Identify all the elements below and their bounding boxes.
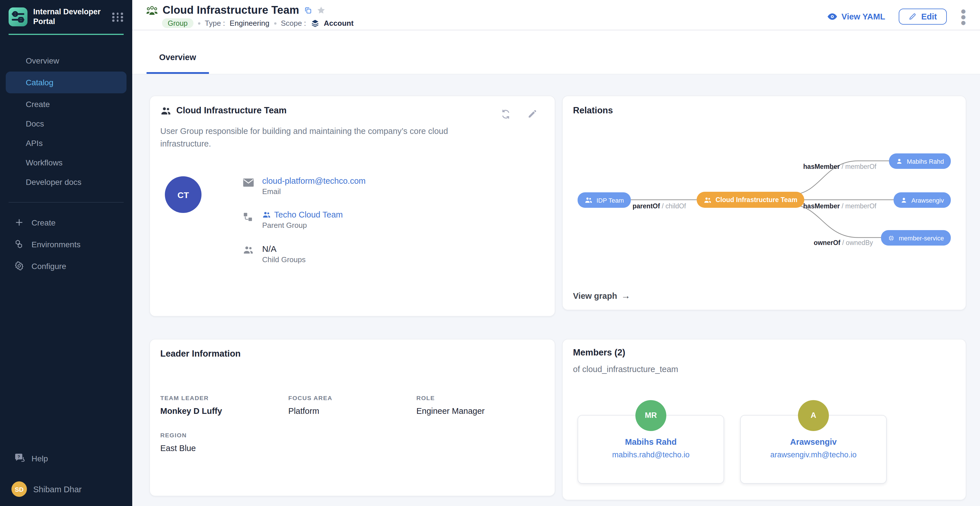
edit-label: Edit <box>921 12 937 21</box>
type-label: Type : <box>205 19 225 27</box>
kebab-menu-icon[interactable]: ●●● <box>960 8 966 26</box>
main-area: Cloud Infrastructure Team Group Type : <box>132 0 980 506</box>
leader-card-title: Leader Information <box>160 348 544 359</box>
user-menu[interactable]: SD Shibam Dhar <box>0 481 132 497</box>
member-tile[interactable]: A Arawsengiv arawsengiv.mh@techo.io <box>740 415 887 484</box>
people-icon <box>262 211 271 218</box>
dot-separator <box>274 22 276 24</box>
edge-label-hasmember-mid: hasMember / memberOf <box>803 203 877 210</box>
kind-badge: Group <box>162 18 194 28</box>
copy-icon[interactable] <box>304 6 312 14</box>
view-yaml-button[interactable]: View YAML <box>827 12 885 21</box>
layers-icon <box>310 19 319 27</box>
graph-node-arawsengiv[interactable]: Arawsengiv <box>894 193 951 208</box>
member-avatar: A <box>798 400 829 431</box>
graph-node-idp-team[interactable]: IDP Team <box>578 193 631 208</box>
sidebar-item-docs[interactable]: Docs <box>0 115 132 132</box>
people-icon <box>243 244 254 264</box>
help-chat-icon: ? <box>14 453 25 464</box>
relations-graph: IDP Team Cloud Infrastructure Team Mabih… <box>563 96 966 310</box>
sidebar-action-environments[interactable]: Environments <box>0 236 132 253</box>
graph-node-mabihs-rahd[interactable]: Mabihs Rahd <box>889 153 951 169</box>
graph-node-label: member-service <box>899 234 944 241</box>
user-avatar: SD <box>11 481 27 497</box>
eye-icon <box>827 13 837 21</box>
help-label: Help <box>32 454 48 463</box>
apps-grid-icon[interactable] <box>112 13 124 21</box>
parent-group-row: Techo Cloud Team Parent Group <box>243 210 366 229</box>
email-row: cloud-platform@techco.com Email <box>243 176 366 196</box>
graph-node-label: Mabihs Rahd <box>907 158 944 165</box>
sidebar-item-apis[interactable]: APIs <box>0 135 132 152</box>
sidebar-item-overview[interactable]: Overview <box>0 52 132 69</box>
group-entity-icon <box>146 5 158 16</box>
field-label: ROLE <box>417 394 544 401</box>
edge-label-hasmember-top: hasMember / memberOf <box>803 163 877 170</box>
sync-icon[interactable] <box>500 109 511 119</box>
scope-label: Scope : <box>281 19 306 27</box>
email-link[interactable]: cloud-platform@techco.com <box>262 176 366 185</box>
graph-node-cloud-infrastructure-team[interactable]: Cloud Infrastructure Team <box>697 192 804 208</box>
app-root: Internal Developer Portal Overview Catal… <box>0 0 980 506</box>
email-label: Email <box>262 187 366 196</box>
sidebar: Internal Developer Portal Overview Catal… <box>0 0 132 506</box>
page-title: Cloud Infrastructure Team <box>162 4 299 17</box>
edge-label-parentof: parentOf / childOf <box>633 203 686 210</box>
overview-description: User Group responsible for building and … <box>160 125 449 150</box>
sidebar-accent-rule <box>9 34 124 35</box>
member-email-link[interactable]: arawsengiv.mh@techo.io <box>770 450 857 459</box>
header-left: Cloud Infrastructure Team Group Type : <box>146 4 353 28</box>
sidebar-action-create[interactable]: Create <box>0 214 132 231</box>
overview-card-title: Cloud Infrastructure Team <box>176 105 286 116</box>
arrow-right-icon: → <box>621 291 630 301</box>
sidebar-action-configure[interactable]: Configure <box>0 258 132 275</box>
people-icon <box>160 106 171 115</box>
members-card: Members (2) of cloud_infrastructure_team… <box>562 339 966 500</box>
app-title: Internal Developer Portal <box>33 8 107 27</box>
parent-group-link[interactable]: Techo Cloud Team <box>274 210 343 219</box>
app-logo-icon <box>9 8 27 27</box>
edge-label-ownerof: ownerOf / ownedBy <box>814 239 873 246</box>
sidebar-nav: Overview Catalog Create Docs APIs Workfl… <box>0 50 132 193</box>
dot-separator <box>198 22 200 24</box>
view-graph-label: View graph <box>573 291 617 301</box>
pencil-icon <box>909 13 917 21</box>
field-label: TEAM LEADER <box>160 394 288 401</box>
hexagons-icon <box>14 240 24 249</box>
member-email-link[interactable]: mabihs.rahd@techo.io <box>612 450 690 459</box>
overview-card: Cloud Infrastructure Team <box>150 95 555 317</box>
graph-node-member-service[interactable]: member-service <box>881 230 951 245</box>
members-card-title: Members (2) <box>573 347 955 358</box>
field-label: FOCUS AREA <box>288 394 416 401</box>
sidebar-item-workflows[interactable]: Workflows <box>0 154 132 171</box>
graph-node-label: Arawsengiv <box>911 197 944 204</box>
tab-overview[interactable]: Overview <box>146 42 208 74</box>
edit-button[interactable]: Edit <box>899 9 947 25</box>
view-yaml-label: View YAML <box>842 12 885 21</box>
plus-icon <box>14 218 24 227</box>
member-name-link[interactable]: Arawsengiv <box>790 437 837 446</box>
hierarchy-icon <box>243 210 254 229</box>
tab-bar: Overview <box>132 30 980 75</box>
svg-text:?: ? <box>18 454 20 459</box>
logo-row: Internal Developer Portal <box>0 0 132 33</box>
sidebar-action-label: Create <box>32 218 56 227</box>
member-name-link[interactable]: Mabihs Rahd <box>625 437 677 446</box>
field-focus-area: FOCUS AREA Platform <box>288 394 416 415</box>
graph-node-label: IDP Team <box>597 197 624 204</box>
favorite-star-icon[interactable] <box>316 6 325 15</box>
child-groups-row: N/A Child Groups <box>243 244 366 264</box>
view-graph-link[interactable]: View graph → <box>573 291 630 301</box>
member-tile[interactable]: MR Mabihs Rahd mabihs.rahd@techo.io <box>578 415 724 484</box>
help-button[interactable]: ? Help <box>0 453 132 464</box>
edit-pencil-icon[interactable] <box>527 109 538 119</box>
field-team-leader: TEAM LEADER Monkey D Luffy <box>160 394 288 415</box>
sidebar-item-create[interactable]: Create <box>0 95 132 113</box>
user-name: Shibam Dhar <box>33 485 81 494</box>
type-value: Engineering <box>229 19 269 27</box>
field-value: East Blue <box>160 443 288 452</box>
scope-value: Account <box>324 19 353 27</box>
child-groups-value: N/A <box>262 244 305 254</box>
sidebar-item-developer-docs[interactable]: Developer docs <box>0 173 132 191</box>
sidebar-item-catalog[interactable]: Catalog <box>6 72 127 93</box>
